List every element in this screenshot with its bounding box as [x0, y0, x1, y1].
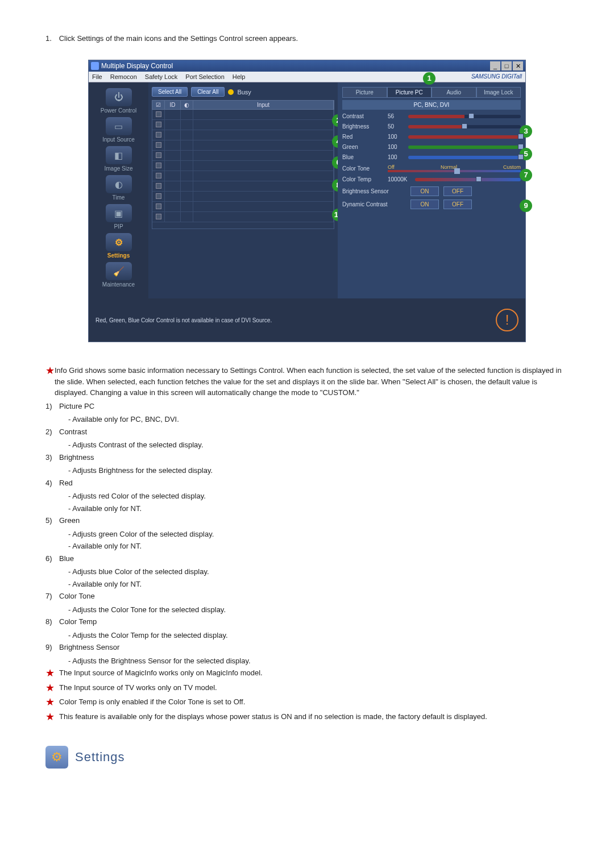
busy-label: Busy [237, 89, 251, 95]
sidebar-item-input-source[interactable]: ▭Input Source [91, 116, 146, 144]
brand-label: SAMSUNG DIGITall [471, 73, 522, 80]
table-row[interactable] [152, 202, 334, 212]
sidebar-item-maintenance[interactable]: 🧹Maintenance [91, 261, 146, 289]
grid-header: ☑ ID ◐ Input [152, 100, 334, 110]
sidebar-item-power-control[interactable]: ⏻Power Control [91, 87, 146, 115]
list-subtext: - Adjusts red Color of the selected disp… [68, 491, 569, 502]
color-tone-slider[interactable]: Off Normal Custom [388, 164, 521, 172]
row-checkbox[interactable] [156, 173, 161, 178]
table-row[interactable] [152, 212, 334, 222]
center-panel: Select All Clear All Busy ☑ ID ◐ Input [148, 82, 338, 298]
list-title: Brightness Sensor [59, 642, 119, 653]
maximize-button[interactable]: □ [501, 61, 512, 70]
menu-remocon[interactable]: Remocon [110, 73, 137, 80]
list-subtext: - Adjusts blue Color of the selected dis… [68, 566, 569, 578]
dynamic-contrast-off[interactable]: OFF [443, 200, 472, 209]
image-size-icon: ◧ [106, 146, 132, 164]
row-checkbox[interactable] [156, 214, 161, 219]
list-item: 2)Contrast [45, 426, 569, 438]
color-tone-row: Color Tone Off Normal Custom [342, 164, 521, 172]
row-checkbox[interactable] [156, 203, 161, 209]
grid-head-check[interactable]: ☑ [152, 101, 165, 109]
settings-section-icon: ⚙ [45, 746, 68, 769]
list-text: This feature is available only for the d… [59, 711, 487, 724]
brightness-slider[interactable] [408, 125, 521, 128]
pip-icon: ▣ [106, 204, 132, 222]
dynamic-contrast-on[interactable]: ON [410, 200, 439, 209]
sidebar-item-settings[interactable]: ⚙Settings [91, 232, 146, 260]
instruction-line: 1. Click Settings of the main icons and … [45, 34, 569, 43]
list-text: Info Grid shows some basic information n… [55, 365, 569, 398]
list-number: 5) [45, 515, 59, 526]
color-temp-row: Color Temp 10000K [342, 176, 521, 182]
list-item: 5)Green [45, 515, 569, 526]
star-icon: ★ [45, 365, 55, 398]
tab-picture[interactable]: Picture [342, 87, 387, 98]
row-checkbox[interactable] [156, 142, 161, 148]
list-subtext: - Adjusts the Color Tone for the selecte… [68, 604, 569, 616]
list-item: ★The Input source of TV works only on TV… [45, 682, 569, 695]
sidebar-item-image-size[interactable]: ◧Image Size [91, 145, 146, 173]
description-list: ★ Info Grid shows some basic information… [45, 365, 569, 723]
list-title: Blue [59, 553, 74, 564]
tab-audio[interactable]: Audio [432, 87, 476, 98]
time-icon: ◐ [106, 175, 132, 193]
table-row[interactable] [152, 110, 334, 120]
row-checkbox[interactable] [156, 193, 161, 199]
list-item: ★This feature is available only for the … [45, 711, 569, 724]
table-row[interactable] [152, 171, 334, 181]
row-checkbox[interactable] [156, 152, 161, 158]
brightness-sensor-on[interactable]: ON [410, 186, 439, 196]
table-row[interactable] [152, 181, 334, 192]
menu-safety-lock[interactable]: Safety Lock [145, 73, 177, 80]
busy-indicator-icon [228, 89, 234, 95]
tab-picture-pc[interactable]: Picture PC [387, 87, 432, 98]
table-row[interactable] [152, 192, 334, 202]
menu-file[interactable]: File [92, 73, 102, 80]
dynamic-contrast-row: Dynamic Contrast ON OFF [342, 200, 521, 209]
table-row[interactable] [152, 130, 334, 140]
blue-slider[interactable] [408, 156, 521, 159]
clear-all-button[interactable]: Clear All [191, 87, 225, 97]
power-icon: ⏻ [106, 88, 132, 106]
table-row[interactable] [152, 161, 334, 171]
minimize-button[interactable]: _ [490, 61, 500, 70]
close-button[interactable]: ✕ [513, 61, 523, 70]
menu-help[interactable]: Help [233, 73, 246, 80]
callout-7: 7 [520, 169, 532, 181]
mode-strip: PC, BNC, DVI [342, 100, 521, 110]
brightness-sensor-off[interactable]: OFF [443, 186, 472, 196]
list-text: The Input source of TV works only on TV … [59, 682, 217, 695]
list-subtext: - Available only for NT. [68, 541, 569, 552]
section-title: Settings [75, 750, 125, 765]
list-number: 2) [45, 426, 59, 438]
sidebar-item-time[interactable]: ◐Time [91, 174, 146, 202]
list-number: 9) [45, 642, 59, 653]
settings-panel: 1 Picture Picture PC Audio Image Lock PC… [338, 82, 525, 298]
app-window: Multiple Display Control _ □ ✕ File Remo… [88, 60, 526, 342]
list-item: 1)Picture PC [45, 401, 569, 412]
table-row[interactable] [152, 151, 334, 161]
list-subtext: - Adjusts Brightness for the selected di… [68, 465, 569, 476]
callout-9: 9 [520, 200, 532, 212]
list-item: 4)Red [45, 477, 569, 489]
star-icon: ★ [45, 711, 59, 724]
list-subtext: - Adjusts the Color Temp for the selecte… [68, 630, 569, 641]
red-slider[interactable] [408, 135, 521, 139]
select-all-button[interactable]: Select All [152, 87, 188, 97]
star-icon: ★ [45, 667, 59, 680]
row-checkbox[interactable] [156, 183, 161, 189]
row-checkbox[interactable] [156, 122, 161, 127]
contrast-slider[interactable] [408, 115, 521, 118]
green-slider[interactable] [408, 146, 521, 149]
tab-image-lock[interactable]: Image Lock [476, 87, 521, 98]
row-checkbox[interactable] [156, 132, 161, 138]
color-temp-slider[interactable] [415, 178, 521, 181]
menu-port-selection[interactable]: Port Selection [185, 73, 224, 80]
table-row[interactable] [152, 120, 334, 130]
row-checkbox[interactable] [156, 163, 161, 168]
list-number: 8) [45, 616, 59, 628]
sidebar-item-pip[interactable]: ▣PIP [91, 203, 146, 231]
table-row[interactable] [152, 140, 334, 151]
row-checkbox[interactable] [156, 111, 161, 117]
